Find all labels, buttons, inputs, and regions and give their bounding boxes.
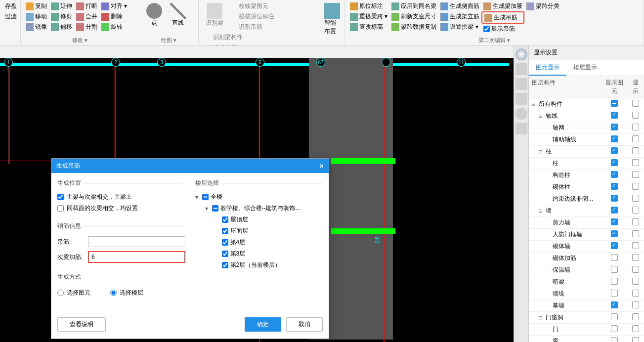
component-tree-row[interactable]: ⊟门窗洞: [529, 312, 644, 324]
component-tree-row[interactable]: ⊟轴线: [529, 110, 644, 122]
show-element-checkbox[interactable]: [611, 254, 618, 261]
join-button[interactable]: 合并: [74, 11, 99, 22]
show-checkbox[interactable]: [632, 301, 639, 308]
floor-checkbox[interactable]: [222, 262, 228, 268]
identify-beam-member-button[interactable]: 识别梁构件: [202, 32, 245, 43]
component-tree-row[interactable]: 轴网: [529, 122, 644, 134]
copy-button[interactable]: 复制: [24, 1, 49, 11]
tab-element-display[interactable]: 图元显示: [529, 60, 566, 76]
component-tree-row[interactable]: 幕墙: [529, 300, 644, 312]
show-hanger-button[interactable]: 显示吊筋: [481, 24, 524, 34]
check-position-mark-button[interactable]: 校核原位标注: [227, 11, 276, 22]
show-hanger-checkbox[interactable]: [483, 26, 490, 32]
gen-haunch-button[interactable]: 生成梁加腋: [481, 1, 524, 11]
show-checkbox[interactable]: [632, 266, 639, 273]
show-element-checkbox[interactable]: [611, 337, 618, 342]
component-tree-row[interactable]: 人防门框墙: [529, 229, 644, 241]
rail-cube-side-icon[interactable]: [515, 93, 527, 105]
expander-icon[interactable]: ⊟: [539, 148, 545, 155]
show-checkbox[interactable]: [632, 230, 639, 237]
same-section-checkbox[interactable]: [57, 205, 64, 212]
component-tree-row[interactable]: ⊟墙: [529, 205, 644, 217]
extend-button[interactable]: 延伸: [49, 1, 74, 11]
trim-button[interactable]: 修剪: [49, 11, 74, 22]
floor-checkbox[interactable]: [222, 216, 228, 223]
component-tree-row[interactable]: 暗梁: [529, 276, 644, 288]
show-element-checkbox[interactable]: [611, 325, 618, 332]
select-element-radio[interactable]: [57, 290, 64, 296]
main-sub-intersect-checkbox[interactable]: [57, 194, 64, 200]
sub-beam-rebar-input[interactable]: [88, 251, 185, 263]
show-checkbox[interactable]: [632, 195, 639, 202]
show-checkbox[interactable]: [632, 337, 639, 342]
component-tree-row[interactable]: ⊟柱: [529, 146, 644, 158]
show-element-checkbox[interactable]: [611, 183, 618, 190]
show-checkbox[interactable]: [632, 313, 639, 320]
split-button[interactable]: 分割: [74, 22, 99, 32]
show-checkbox[interactable]: [632, 171, 639, 178]
move-button[interactable]: 移动: [24, 11, 49, 22]
span-classify-button[interactable]: 梁跨分类: [524, 1, 561, 11]
gen-hanger-button[interactable]: 生成吊筋: [481, 11, 524, 24]
expander-icon[interactable]: ⊟: [539, 314, 545, 321]
show-checkbox[interactable]: [632, 100, 639, 107]
show-element-checkbox[interactable]: [611, 207, 618, 214]
show-element-checkbox[interactable]: [611, 135, 618, 142]
floor-checkbox[interactable]: [222, 239, 228, 246]
offset-button[interactable]: 偏移: [49, 22, 74, 32]
component-tree-row[interactable]: 砌体墙: [529, 241, 644, 253]
show-checkbox[interactable]: [632, 254, 639, 261]
component-tree-row[interactable]: 约束边缘非阴...: [529, 193, 644, 205]
show-element-checkbox[interactable]: [611, 159, 618, 166]
show-checkbox[interactable]: [632, 290, 639, 297]
floor-checkbox[interactable]: [212, 205, 218, 212]
component-tree-row[interactable]: 砌体加筋: [529, 253, 644, 264]
show-element-checkbox[interactable]: [611, 124, 618, 130]
tree-toggle-icon[interactable]: ▾: [195, 194, 200, 201]
show-checkbox[interactable]: [632, 159, 639, 166]
identify-hanger-button[interactable]: 识别吊筋: [227, 22, 276, 32]
rail-3d-icon[interactable]: [515, 63, 527, 75]
floor-checkbox[interactable]: [202, 194, 209, 200]
line-button[interactable]: 直线: [166, 1, 190, 29]
cancel-button[interactable]: 取消: [286, 317, 323, 332]
expander-icon[interactable]: ⊟: [539, 208, 545, 214]
check-elevation-button[interactable]: 查改标高: [348, 22, 389, 32]
help-button[interactable]: 查看说明: [57, 317, 106, 332]
show-element-checkbox[interactable]: [611, 301, 618, 308]
position-mark-button[interactable]: 原位标注: [348, 1, 389, 11]
hanger-input[interactable]: [88, 236, 185, 247]
expander-icon[interactable]: ⊟: [539, 113, 545, 120]
rail-sphere-icon[interactable]: [515, 48, 527, 60]
show-element-checkbox[interactable]: [611, 290, 618, 297]
show-element-checkbox[interactable]: [611, 230, 618, 237]
show-element-checkbox[interactable]: [611, 266, 618, 273]
show-element-checkbox[interactable]: [611, 278, 618, 285]
expander-icon[interactable]: ⊟: [532, 101, 538, 108]
component-tree-row[interactable]: 窗: [529, 336, 644, 342]
apply-same-name-button[interactable]: 应用到同名梁: [389, 1, 438, 11]
show-checkbox[interactable]: [632, 325, 639, 332]
show-element-checkbox[interactable]: [611, 218, 618, 225]
show-checkbox[interactable]: [632, 207, 639, 214]
show-checkbox[interactable]: [632, 112, 639, 119]
component-tree-row[interactable]: 柱: [529, 158, 644, 170]
floor-tree[interactable]: ▾全楼▾教学楼、综合楼--建筑与装饰...屋顶层屋面层第4层第3层第2层（当前楼…: [195, 191, 323, 271]
component-tree-row[interactable]: 墙垛: [529, 288, 644, 300]
show-element-checkbox[interactable]: [611, 195, 618, 202]
component-tree-row[interactable]: 构造柱: [529, 170, 644, 181]
smart-layout-button[interactable]: 智能布置: [320, 1, 344, 38]
component-tree-row[interactable]: 砌体柱: [529, 181, 644, 193]
show-checkbox[interactable]: [632, 135, 639, 142]
tree-toggle-icon[interactable]: ▾: [205, 205, 210, 212]
refresh-support-button[interactable]: 刷新支座尺寸: [389, 11, 438, 22]
component-tree-row[interactable]: 门: [529, 324, 644, 336]
show-checkbox[interactable]: [632, 147, 639, 154]
show-checkbox[interactable]: [632, 242, 639, 249]
show-checkbox[interactable]: [632, 218, 639, 225]
component-tree-row[interactable]: 保温墙: [529, 264, 644, 276]
rail-grid-icon[interactable]: [515, 123, 527, 134]
check-beam-element-button[interactable]: 校核梁图元: [227, 1, 276, 11]
component-tree-row[interactable]: ⊟所有构件: [529, 98, 644, 110]
rail-refresh-icon[interactable]: [515, 108, 527, 120]
